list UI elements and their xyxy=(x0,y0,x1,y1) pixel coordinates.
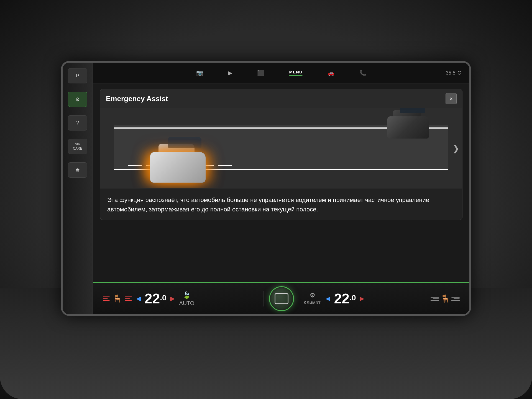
leaf-icon: 🍃 xyxy=(183,291,191,299)
main-car-body xyxy=(150,152,206,183)
heat-line-3 xyxy=(103,300,110,301)
right-temp-control: ◄ 22.0 ► xyxy=(324,292,366,306)
main-car-window xyxy=(168,137,201,148)
settings-btn[interactable]: ⚙ xyxy=(68,92,87,107)
wiper-btn[interactable]: 🌧 xyxy=(68,162,87,178)
car-icon: 🚗 xyxy=(328,70,334,76)
ea-header: Emergency Assist × xyxy=(100,89,462,108)
left-temp-down-arrow[interactable]: ◄ xyxy=(135,294,142,303)
dash-1 xyxy=(128,165,142,166)
left-seat-lines xyxy=(125,296,132,301)
settings-icon: ⚙ xyxy=(75,96,80,103)
left-temp-value: 22.0 xyxy=(145,292,167,306)
heat-line-4 xyxy=(125,296,132,297)
heat-line-2 xyxy=(103,298,108,299)
screen-container: P ⚙ ? AIRCARE 🌧 📷 ▶ xyxy=(61,61,471,316)
outer-frame: P ⚙ ? AIRCARE 🌧 📷 ▶ xyxy=(0,0,532,399)
right-climate-section: ⚙ Климат. ◄ 22.0 ► 🪑 xyxy=(300,292,464,306)
right-temp-up-arrow[interactable]: ► xyxy=(358,294,366,303)
menu-label: MENU xyxy=(289,70,302,74)
emergency-assist-panel: Emergency Assist × xyxy=(100,89,462,220)
air-care-btn[interactable]: AIRCARE xyxy=(68,139,87,154)
left-temp-number: 22 xyxy=(145,292,160,306)
camera-icon: 📷 xyxy=(196,70,203,76)
adjust-lines-icon-2 xyxy=(451,297,460,301)
nav-play[interactable]: ▶ xyxy=(224,68,236,78)
ea-illustration: ❯ xyxy=(100,108,462,188)
left-temp-decimal: .0 xyxy=(160,294,166,302)
right-temp-value: 22.0 xyxy=(334,292,356,306)
close-icon: × xyxy=(449,96,453,102)
main-content: 📷 ▶ ⬛ MENU 🚗 📞 35.5°C xyxy=(93,63,469,314)
main-car xyxy=(150,152,206,183)
ea-description: Эта функция распознаёт, что автомобиль б… xyxy=(100,188,462,220)
wiper-icon: 🌧 xyxy=(75,167,80,173)
adj-line-1 xyxy=(431,297,439,298)
close-button[interactable]: × xyxy=(446,93,457,104)
center-btn-inner xyxy=(275,293,288,304)
air-icon: AIRCARE xyxy=(73,142,82,151)
center-climate-btn[interactable] xyxy=(269,286,294,311)
right-temp-number: 22 xyxy=(334,292,350,306)
nav-menu[interactable]: MENU xyxy=(285,68,306,78)
left-temp-control: ◄ 22.0 ► xyxy=(135,292,176,306)
auto-mode-label: 🍃 AUTO xyxy=(179,291,194,306)
left-climate-section: 🪑 ◄ 22.0 ► 🍃 AUTO xyxy=(99,291,264,306)
phone-icon: 📞 xyxy=(359,70,366,76)
nav-camera[interactable]: 📷 xyxy=(192,68,207,78)
adjust-lines-icon xyxy=(431,297,439,301)
klimat-text: Климат. xyxy=(304,300,321,306)
gear-icon: ⚙ xyxy=(310,292,315,299)
nav-car[interactable]: 🚗 xyxy=(323,68,339,78)
adj-line-6 xyxy=(451,300,460,301)
right-temp-down-arrow[interactable]: ◄ xyxy=(324,294,332,303)
top-nav: 📷 ▶ ⬛ MENU 🚗 📞 35.5°C xyxy=(93,63,469,83)
second-car xyxy=(387,116,429,139)
parking-btn[interactable]: P xyxy=(68,68,87,83)
klimat-label: ⚙ Климат. xyxy=(304,292,321,306)
right-seat-icon: 🪑 xyxy=(440,294,450,303)
adj-line-5 xyxy=(454,298,460,299)
second-car-window xyxy=(400,108,425,113)
left-seat-icon: 🪑 xyxy=(112,294,122,303)
next-arrow[interactable]: ❯ xyxy=(452,143,459,153)
media-icon: ⬛ xyxy=(257,70,264,76)
adj-line-3 xyxy=(431,300,439,301)
right-temp-decimal: .0 xyxy=(349,294,356,302)
parking-icon: P xyxy=(76,73,79,79)
help-btn[interactable]: ? xyxy=(68,115,87,131)
temperature-display: 35.5°C xyxy=(446,70,461,76)
left-seat-heat-icon xyxy=(103,296,110,301)
dash-6 xyxy=(218,165,232,166)
heat-line-1 xyxy=(103,296,110,297)
adj-line-4 xyxy=(451,297,460,298)
second-car-body xyxy=(387,116,429,139)
adj-line-2 xyxy=(433,298,439,299)
left-sidebar: P ⚙ ? AIRCARE 🌧 xyxy=(63,63,93,314)
auto-text: AUTO xyxy=(179,300,194,306)
heat-line-6 xyxy=(125,300,132,301)
play-icon: ▶ xyxy=(228,70,232,76)
ea-title: Emergency Assist xyxy=(106,94,168,103)
left-temp-up-arrow[interactable]: ► xyxy=(169,294,177,303)
nav-phone[interactable]: 📞 xyxy=(355,68,370,78)
nav-media[interactable]: ⬛ xyxy=(253,68,268,78)
help-icon: ? xyxy=(76,120,79,126)
right-seat-adjust: 🪑 xyxy=(431,294,460,303)
heat-line-5 xyxy=(125,298,130,299)
bottom-climate-bar: 🪑 ◄ 22.0 ► 🍃 AUTO xyxy=(93,282,469,314)
